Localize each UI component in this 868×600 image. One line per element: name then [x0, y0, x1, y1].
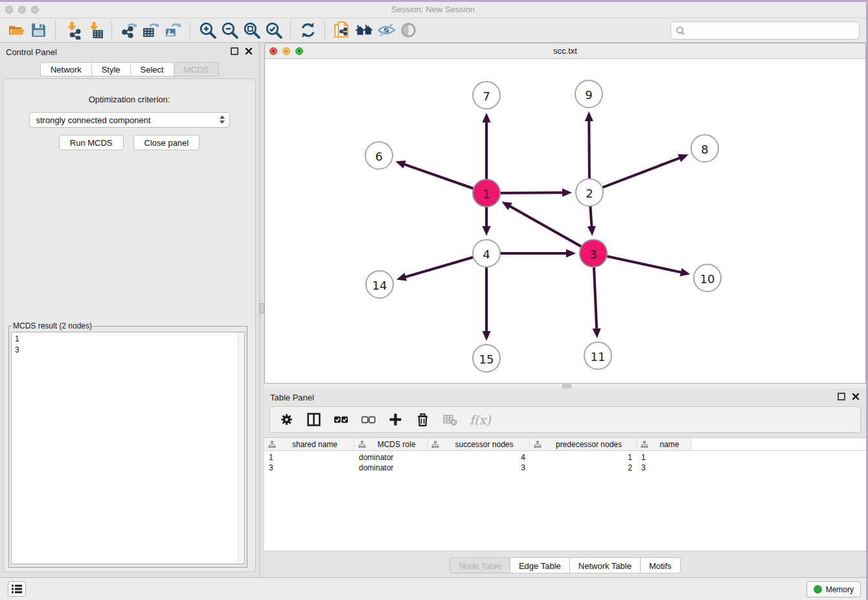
search-box[interactable] — [670, 21, 860, 40]
network-window-titlebar[interactable]: × − + scc.txt — [265, 43, 865, 59]
table-row[interactable]: 1dominator411 — [264, 452, 866, 463]
zoom-selected-icon[interactable] — [262, 20, 284, 41]
tab-node-table[interactable]: Node Table — [450, 557, 510, 573]
open-session-icon[interactable] — [5, 20, 27, 41]
network-view-window: × − + scc.txt 7968124314101511 — [264, 43, 866, 384]
graph-node-7[interactable]: 7 — [473, 82, 500, 109]
optimization-criterion-label: Optimization criterion: — [3, 95, 255, 104]
deselect-all-icon[interactable] — [361, 412, 376, 427]
export-network-icon[interactable] — [118, 20, 140, 41]
table-cell: dominator — [354, 463, 428, 473]
save-session-icon[interactable] — [27, 20, 49, 41]
table-cell: 1 — [637, 452, 691, 463]
graph-node-3[interactable]: 3 — [580, 240, 607, 267]
settings-icon[interactable] — [279, 412, 294, 427]
application-window: Session: New Session Control Panel Netwo… — [0, 2, 866, 600]
column-header-name[interactable]: name — [637, 438, 691, 450]
add-row-icon[interactable] — [388, 412, 403, 427]
column-header-MCDS-role[interactable]: MCDS role — [354, 438, 428, 450]
network-canvas[interactable]: 7968124314101511 — [265, 59, 865, 383]
svg-text:6: 6 — [375, 150, 382, 163]
run-mcds-button[interactable]: Run MCDS — [59, 135, 124, 150]
graph-node-6[interactable]: 6 — [365, 142, 393, 169]
tab-edge-table[interactable]: Edge Table — [510, 557, 570, 573]
refresh-icon[interactable] — [297, 20, 319, 41]
table-row[interactable]: 3dominator323 — [264, 463, 866, 473]
optimization-criterion-select[interactable]: strongly connected component — [29, 112, 230, 128]
table-cell: 3 — [428, 463, 530, 473]
tab-style[interactable]: Style — [92, 62, 131, 76]
hierarchy-icon — [641, 441, 648, 448]
graph-node-2[interactable]: 2 — [576, 179, 603, 206]
horizontal-splitter[interactable] — [264, 384, 866, 388]
mcds-result-textarea[interactable]: 13 — [11, 332, 245, 564]
graph-node-9[interactable]: 9 — [575, 80, 602, 108]
memory-button[interactable]: Memory — [806, 581, 861, 597]
graph-node-4[interactable]: 4 — [473, 240, 500, 267]
toolbar-separator — [190, 21, 190, 40]
zoom-out-icon[interactable] — [218, 20, 240, 41]
network-from-file-icon[interactable] — [331, 20, 353, 41]
control-panel-header: Control Panel — [0, 43, 259, 60]
zoom-fit-icon[interactable] — [240, 20, 262, 41]
table-panel-header: Table Panel — [264, 388, 866, 406]
tab-mcds[interactable]: MCDS — [174, 62, 219, 76]
split-panel-icon[interactable] — [306, 412, 321, 427]
hierarchy-icon — [268, 441, 276, 448]
home-icon[interactable] — [353, 20, 375, 41]
hierarchy-icon — [534, 441, 542, 448]
close-panel-icon[interactable] — [852, 393, 860, 400]
tab-select[interactable]: Select — [131, 62, 174, 76]
graph-node-11[interactable]: 11 — [584, 342, 611, 369]
search-input[interactable] — [685, 22, 859, 39]
import-network-icon[interactable] — [62, 20, 84, 41]
table-cell: 3 — [637, 463, 691, 473]
toolbar-separator — [55, 21, 56, 40]
table-cell: 2 — [530, 463, 637, 473]
graph-node-14[interactable]: 14 — [366, 271, 393, 298]
column-header-successor-nodes[interactable]: successor nodes — [428, 438, 530, 450]
graph-node-10[interactable]: 10 — [694, 264, 721, 292]
tab-network-table[interactable]: Network Table — [570, 557, 641, 573]
column-header-shared-name[interactable]: shared name — [264, 438, 354, 450]
table-header-row: shared nameMCDS rolesuccessor nodesprede… — [264, 438, 866, 451]
zoom-in-icon[interactable] — [196, 20, 218, 41]
task-history-button[interactable] — [8, 581, 26, 597]
vertical-splitter[interactable] — [260, 43, 264, 577]
select-all-icon[interactable] — [334, 412, 348, 427]
table-cell: 1 — [530, 452, 637, 463]
close-panel-button[interactable]: Close panel — [133, 135, 200, 150]
control-panel: Control Panel NetworkStyleSelectMCDS Opt… — [0, 43, 260, 577]
graph-node-15[interactable]: 15 — [473, 345, 500, 372]
content-area: Control Panel NetworkStyleSelectMCDS Opt… — [0, 43, 866, 577]
svg-text:4: 4 — [483, 248, 490, 261]
tab-motifs[interactable]: Motifs — [641, 557, 681, 573]
float-panel-icon[interactable] — [231, 47, 238, 55]
svg-text:7: 7 — [483, 89, 490, 103]
graph-node-8[interactable]: 8 — [691, 135, 718, 162]
memory-status-icon — [814, 585, 822, 594]
import-table-icon[interactable] — [84, 20, 106, 41]
delete-table-icon — [442, 412, 457, 427]
hierarchy-icon — [358, 441, 366, 448]
mcds-result-title: MCDS result (2 nodes) — [12, 321, 93, 330]
table-tabs: Node TableEdge TableNetwork TableMotifs — [264, 557, 866, 573]
result-line: 3 — [15, 345, 241, 356]
export-table-icon[interactable] — [140, 20, 162, 41]
table-panel: Table Panel f(x) shared nameMCDS rolesuc… — [264, 388, 866, 577]
delete-row-icon[interactable] — [415, 412, 430, 427]
optimization-criterion-value: strongly connected component — [36, 115, 151, 125]
hide-selected-icon[interactable] — [375, 20, 397, 41]
mcds-tab-pane: Optimization criterion: strongly connect… — [3, 78, 256, 572]
float-panel-icon[interactable] — [838, 393, 845, 400]
select-stepper-icon — [220, 115, 225, 124]
tab-network[interactable]: Network — [40, 62, 92, 76]
splitter-grip[interactable] — [260, 303, 264, 314]
network-window-title: scc.txt — [265, 46, 865, 56]
graph-node-1[interactable]: 1 — [473, 179, 500, 207]
search-icon — [676, 26, 685, 36]
column-header-predecessor-nodes[interactable]: predecessor nodes — [530, 438, 637, 450]
close-panel-icon[interactable] — [245, 47, 253, 55]
export-image-icon[interactable] — [162, 20, 184, 41]
hierarchy-icon — [431, 441, 439, 448]
